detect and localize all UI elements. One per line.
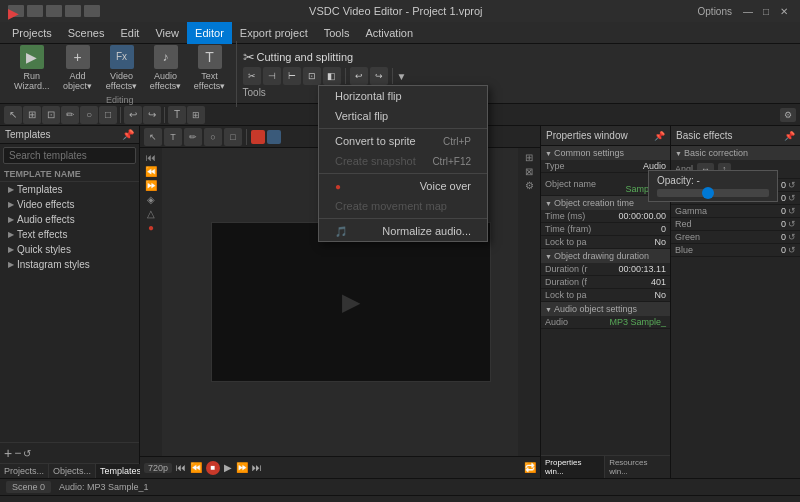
props-win-tab[interactable]: Properties win... [541,456,605,478]
play-rew[interactable]: ⏪ [190,462,202,473]
red-reset[interactable]: ↺ [788,219,796,229]
cut-btn5[interactable]: ◧ [323,67,341,85]
menu-vflip[interactable]: Vertical flip [319,106,487,126]
tb2-text-btn[interactable]: T [168,106,186,124]
template-item-5[interactable]: ▶Instagram styles [0,257,139,272]
undo-btn[interactable]: ↩ [350,67,368,85]
menu-voice-over[interactable]: ● Voice over [319,176,487,196]
cright-2[interactable]: ⊠ [525,166,533,177]
opacity-thumb[interactable] [702,187,714,199]
cut-btn3[interactable]: ⊢ [283,67,301,85]
redo-tb2[interactable]: ↪ [143,106,161,124]
rect-tool[interactable]: □ [99,106,117,124]
canvas-tool-4[interactable]: ○ [204,128,222,146]
red-value: 0 [731,219,787,229]
common-settings-section[interactable]: ▼ Common settings [541,146,670,160]
menu-export[interactable]: Export project [232,22,316,44]
menu-tools[interactable]: Tools [316,22,358,44]
green-reset[interactable]: ↺ [788,232,796,242]
blue-reset[interactable]: ↺ [788,245,796,255]
resources-win-tab[interactable]: Resources win... [605,456,670,478]
cleft-6[interactable]: ● [148,222,154,233]
audio-effects-label: Audio effects▾ [150,71,181,91]
circle-tool[interactable]: ○ [80,106,98,124]
menu-normalize-audio[interactable]: 🎵 Normalize audio... [319,221,487,241]
tb2-more[interactable]: ⊞ [187,106,205,124]
play-prev[interactable]: ⏮ [176,462,186,473]
play-stop[interactable]: ■ [206,461,220,475]
cleft-2[interactable]: ⏪ [145,166,157,177]
play-btn[interactable]: ▶ [224,462,232,473]
menu-hflip[interactable]: Horizontal flip [319,86,487,106]
tb-icon3[interactable] [65,5,81,17]
canvas-tool-1[interactable]: ↖ [144,128,162,146]
cright-3[interactable]: ⚙ [525,180,534,191]
move-tool[interactable]: ⊞ [23,106,41,124]
play-fwd[interactable]: ⏩ [236,462,248,473]
add-object-button[interactable]: + Add object▾ [58,43,98,93]
pin-icon[interactable]: 📌 [122,129,134,140]
select-tool[interactable]: ↖ [4,106,22,124]
undo-tb2[interactable]: ↩ [124,106,142,124]
video-effects-button[interactable]: Fx Video effects▾ [102,43,142,93]
drawing-duration-section[interactable]: ▼ Object drawing duration [541,249,670,263]
template-label-1: Video effects [17,199,74,210]
text-effects-button[interactable]: T Text effects▾ [190,43,230,93]
menu-activation[interactable]: Activation [357,22,421,44]
template-item-3[interactable]: ▶Text effects [0,227,139,242]
effects-btn[interactable]: ⚙ [780,108,796,122]
opacity-slider[interactable] [657,189,769,197]
cleft-5[interactable]: △ [147,208,155,219]
tb-icon2[interactable] [46,5,62,17]
search-templates-input[interactable] [3,147,136,164]
template-item-1[interactable]: ▶Video effects [0,197,139,212]
canvas-color-1[interactable] [251,130,265,144]
menu-movement-map[interactable]: Create movement map [319,196,487,216]
crop-tool[interactable]: ⊡ [42,106,60,124]
play-next[interactable]: ⏭ [252,462,262,473]
basic-correction-section[interactable]: ▼ Basic correction [671,146,800,160]
cut-btn4[interactable]: ⊡ [303,67,321,85]
cut-btn2[interactable]: ⊣ [263,67,281,85]
refresh-template-btn[interactable]: ↺ [23,448,31,459]
audio-settings-section[interactable]: ▼ Audio object settings [541,302,670,316]
template-item-0[interactable]: ▶Templates [0,182,139,197]
pin-effects-icon[interactable]: 📌 [784,131,795,141]
redo-btn[interactable]: ↪ [370,67,388,85]
contrast-reset[interactable]: ↺ [788,193,796,203]
cut-btn1[interactable]: ✂ [243,67,261,85]
canvas-tool-3[interactable]: ✏ [184,128,202,146]
objects-tab[interactable]: Objects... [49,464,96,478]
canvas-color-2[interactable] [267,130,281,144]
pen-tool[interactable]: ✏ [61,106,79,124]
pin-props-icon[interactable]: 📌 [654,131,665,141]
remove-template-btn[interactable]: − [14,446,21,460]
audio-effects-button[interactable]: ♪ Audio effects▾ [146,43,186,93]
tb-icon4[interactable] [84,5,100,17]
templates-tab[interactable]: Templates [96,464,145,478]
cleft-1[interactable]: ⏮ [146,152,156,163]
gamma-reset[interactable]: ↺ [788,206,796,216]
brightness-reset[interactable]: ↺ [788,180,796,190]
tools-dropdown-btn[interactable]: ▼ [397,71,407,82]
close-btn[interactable]: ✕ [776,4,792,18]
title-text: VSDC Video Editor - Project 1.vproj [100,5,692,17]
menu-convert-sprite[interactable]: Convert to sprite Ctrl+P [319,131,487,151]
menu-create-snapshot[interactable]: Create snapshot Ctrl+F12 [319,151,487,171]
template-item-4[interactable]: ▶Quick styles [0,242,139,257]
sep1 [345,68,346,84]
cleft-4[interactable]: ◈ [147,194,155,205]
canvas-tool-5[interactable]: □ [224,128,242,146]
canvas-tool-2[interactable]: T [164,128,182,146]
cleft-3[interactable]: ⏩ [145,180,157,191]
minimize-btn[interactable]: — [740,4,756,18]
tb-icon1[interactable] [27,5,43,17]
cright-1[interactable]: ⊞ [525,152,533,163]
add-template-btn[interactable]: + [4,445,12,461]
run-wizard-button[interactable]: ▶ Run Wizard... [10,43,54,93]
template-item-2[interactable]: ▶Audio effects [0,212,139,227]
projects-tab[interactable]: Projects... [0,464,49,478]
maximize-btn[interactable]: □ [758,4,774,18]
loop-btn[interactable]: 🔁 [524,462,536,473]
options-button[interactable]: Options [692,6,738,17]
